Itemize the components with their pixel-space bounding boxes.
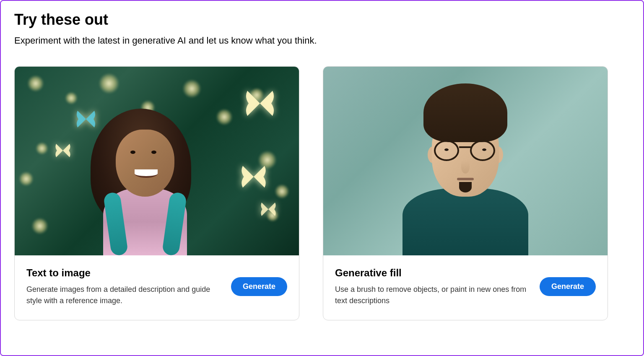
card-description-text-to-image: Generate images from a detailed descript… bbox=[26, 284, 221, 307]
card-image-generative-fill bbox=[323, 67, 608, 255]
card-title-text-to-image: Text to image bbox=[26, 267, 221, 279]
card-content: Generative fill Use a brush to remove ob… bbox=[323, 255, 608, 320]
card-content: Text to image Generate images from a det… bbox=[15, 255, 299, 320]
card-title-generative-fill: Generative fill bbox=[335, 267, 530, 279]
cards-container: Text to image Generate images from a det… bbox=[14, 66, 630, 320]
card-text-to-image[interactable]: Text to image Generate images from a det… bbox=[14, 66, 299, 320]
card-image-text-to-image bbox=[15, 67, 299, 255]
generate-button-text-to-image[interactable]: Generate bbox=[231, 277, 287, 296]
generate-button-generative-fill[interactable]: Generate bbox=[540, 277, 596, 296]
page-subtitle: Experiment with the latest in generative… bbox=[14, 35, 630, 46]
card-text-block: Text to image Generate images from a det… bbox=[26, 267, 221, 307]
card-description-generative-fill: Use a brush to remove objects, or paint … bbox=[335, 284, 530, 307]
page-title: Try these out bbox=[14, 11, 630, 29]
card-text-block: Generative fill Use a brush to remove ob… bbox=[335, 267, 530, 307]
card-generative-fill[interactable]: Generative fill Use a brush to remove ob… bbox=[323, 66, 608, 320]
